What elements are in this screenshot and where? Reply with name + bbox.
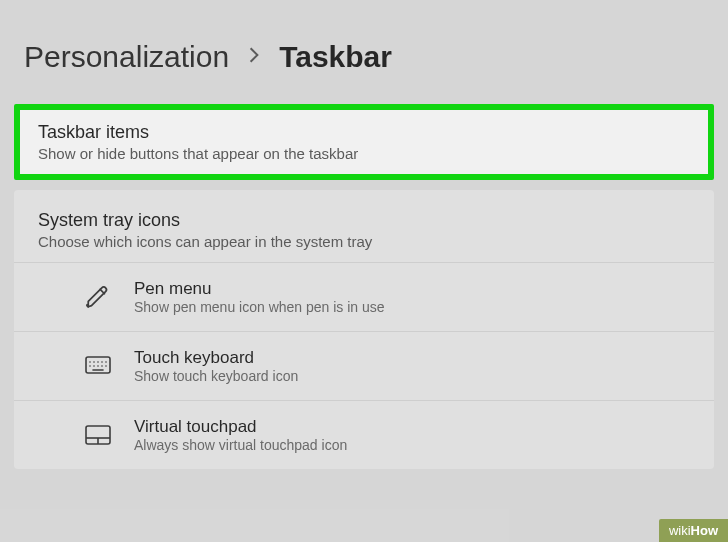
pen-icon xyxy=(84,283,112,311)
row-title: Pen menu xyxy=(134,279,690,299)
keyboard-icon xyxy=(84,352,112,380)
card-subtitle: Show or hide buttons that appear on the … xyxy=(38,145,690,162)
touch-keyboard-row[interactable]: Touch keyboard Show touch keyboard icon xyxy=(14,331,714,400)
touchpad-icon xyxy=(84,421,112,449)
row-subtitle: Always show virtual touchpad icon xyxy=(134,437,690,453)
chevron-right-icon xyxy=(247,44,261,70)
wikihow-watermark: wikiHow xyxy=(659,519,728,542)
card-title: Taskbar items xyxy=(38,122,690,143)
pen-menu-row[interactable]: Pen menu Show pen menu icon when pen is … xyxy=(14,262,714,331)
breadcrumb: Personalization Taskbar xyxy=(0,0,728,104)
settings-content: Taskbar items Show or hide buttons that … xyxy=(0,104,728,469)
row-title: Touch keyboard xyxy=(134,348,690,368)
system-tray-card[interactable]: System tray icons Choose which icons can… xyxy=(14,190,714,469)
breadcrumb-parent[interactable]: Personalization xyxy=(24,40,229,74)
card-title: System tray icons xyxy=(38,210,690,231)
taskbar-items-card[interactable]: Taskbar items Show or hide buttons that … xyxy=(14,104,714,180)
virtual-touchpad-row[interactable]: Virtual touchpad Always show virtual tou… xyxy=(14,400,714,469)
card-header: System tray icons Choose which icons can… xyxy=(14,190,714,262)
card-subtitle: Choose which icons can appear in the sys… xyxy=(38,233,690,250)
breadcrumb-current: Taskbar xyxy=(279,40,392,74)
row-title: Virtual touchpad xyxy=(134,417,690,437)
row-subtitle: Show pen menu icon when pen is in use xyxy=(134,299,690,315)
row-subtitle: Show touch keyboard icon xyxy=(134,368,690,384)
